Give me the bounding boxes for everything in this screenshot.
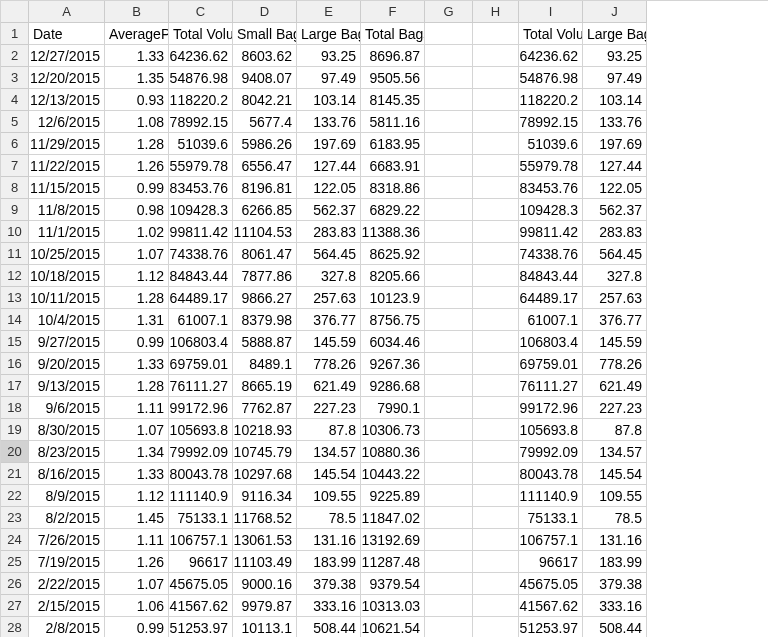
cell-E25[interactable]: 183.99 [297,551,361,573]
cell-J22[interactable]: 109.55 [583,485,647,507]
cell-G28[interactable] [425,617,473,637]
cell-I15[interactable]: 106803.4 [519,331,583,353]
cell-A9[interactable]: 11/8/2015 [29,199,105,221]
cell-A3[interactable]: 12/20/2015 [29,67,105,89]
cell-G19[interactable] [425,419,473,441]
col-header-J[interactable]: J [583,1,647,23]
cell-G1[interactable] [425,23,473,45]
cell-D17[interactable]: 8665.19 [233,375,297,397]
cell-B11[interactable]: 1.07 [105,243,169,265]
cell-D1[interactable]: Small Bags [233,23,297,45]
cell-G8[interactable] [425,177,473,199]
row-header-24[interactable]: 24 [1,529,29,551]
col-header-H[interactable]: H [473,1,519,23]
spreadsheet-grid[interactable]: ABCDEFGHIJ1DateAveragePriceTotal VolumeS… [0,0,768,637]
cell-B13[interactable]: 1.28 [105,287,169,309]
cell-A25[interactable]: 7/19/2015 [29,551,105,573]
cell-I19[interactable]: 105693.8 [519,419,583,441]
row-header-28[interactable]: 28 [1,617,29,637]
cell-I14[interactable]: 61007.1 [519,309,583,331]
row-header-20[interactable]: 20 [1,441,29,463]
cell-G12[interactable] [425,265,473,287]
cell-B3[interactable]: 1.35 [105,67,169,89]
cell-C3[interactable]: 54876.98 [169,67,233,89]
row-header-11[interactable]: 11 [1,243,29,265]
cell-B9[interactable]: 0.98 [105,199,169,221]
cell-B14[interactable]: 1.31 [105,309,169,331]
cell-E20[interactable]: 134.57 [297,441,361,463]
cell-G22[interactable] [425,485,473,507]
cell-F27[interactable]: 10313.03 [361,595,425,617]
cell-J2[interactable]: 93.25 [583,45,647,67]
cell-B17[interactable]: 1.28 [105,375,169,397]
cell-B12[interactable]: 1.12 [105,265,169,287]
cell-F7[interactable]: 6683.91 [361,155,425,177]
cell-B26[interactable]: 1.07 [105,573,169,595]
cell-J28[interactable]: 508.44 [583,617,647,637]
cell-A22[interactable]: 8/9/2015 [29,485,105,507]
cell-B6[interactable]: 1.28 [105,133,169,155]
cell-E10[interactable]: 283.83 [297,221,361,243]
cell-H12[interactable] [473,265,519,287]
row-header-5[interactable]: 5 [1,111,29,133]
cell-I1[interactable]: Total Volume [519,23,583,45]
cell-C12[interactable]: 84843.44 [169,265,233,287]
cell-F26[interactable]: 9379.54 [361,573,425,595]
cell-E9[interactable]: 562.37 [297,199,361,221]
cell-I13[interactable]: 64489.17 [519,287,583,309]
cell-C19[interactable]: 105693.8 [169,419,233,441]
cell-A6[interactable]: 11/29/2015 [29,133,105,155]
cell-E5[interactable]: 133.76 [297,111,361,133]
cell-A27[interactable]: 2/15/2015 [29,595,105,617]
cell-F6[interactable]: 6183.95 [361,133,425,155]
cell-J21[interactable]: 145.54 [583,463,647,485]
cell-J27[interactable]: 333.16 [583,595,647,617]
cell-H27[interactable] [473,595,519,617]
cell-H21[interactable] [473,463,519,485]
cell-A20[interactable]: 8/23/2015 [29,441,105,463]
cell-B15[interactable]: 0.99 [105,331,169,353]
col-header-E[interactable]: E [297,1,361,23]
cell-I4[interactable]: 118220.2 [519,89,583,111]
cell-J24[interactable]: 131.16 [583,529,647,551]
cell-F5[interactable]: 5811.16 [361,111,425,133]
row-header-6[interactable]: 6 [1,133,29,155]
cell-A11[interactable]: 10/25/2015 [29,243,105,265]
col-header-G[interactable]: G [425,1,473,23]
cell-I18[interactable]: 99172.96 [519,397,583,419]
cell-B16[interactable]: 1.33 [105,353,169,375]
cell-F9[interactable]: 6829.22 [361,199,425,221]
cell-J8[interactable]: 122.05 [583,177,647,199]
cell-G7[interactable] [425,155,473,177]
cell-J19[interactable]: 87.8 [583,419,647,441]
cell-E11[interactable]: 564.45 [297,243,361,265]
row-header-13[interactable]: 13 [1,287,29,309]
cell-C8[interactable]: 83453.76 [169,177,233,199]
cell-I28[interactable]: 51253.97 [519,617,583,637]
cell-B5[interactable]: 1.08 [105,111,169,133]
cell-B23[interactable]: 1.45 [105,507,169,529]
cell-G5[interactable] [425,111,473,133]
cell-C22[interactable]: 111140.9 [169,485,233,507]
cell-G13[interactable] [425,287,473,309]
cell-I11[interactable]: 74338.76 [519,243,583,265]
cell-E4[interactable]: 103.14 [297,89,361,111]
cell-I5[interactable]: 78992.15 [519,111,583,133]
cell-H9[interactable] [473,199,519,221]
cell-E17[interactable]: 621.49 [297,375,361,397]
cell-H1[interactable] [473,23,519,45]
row-header-1[interactable]: 1 [1,23,29,45]
cell-E19[interactable]: 87.8 [297,419,361,441]
cell-G4[interactable] [425,89,473,111]
cell-I16[interactable]: 69759.01 [519,353,583,375]
cell-J23[interactable]: 78.5 [583,507,647,529]
cell-G2[interactable] [425,45,473,67]
cell-J1[interactable]: Large Bags [583,23,647,45]
cell-H19[interactable] [473,419,519,441]
cell-I3[interactable]: 54876.98 [519,67,583,89]
row-header-15[interactable]: 15 [1,331,29,353]
cell-D26[interactable]: 9000.16 [233,573,297,595]
cell-D28[interactable]: 10113.1 [233,617,297,637]
cell-J13[interactable]: 257.63 [583,287,647,309]
cell-D9[interactable]: 6266.85 [233,199,297,221]
